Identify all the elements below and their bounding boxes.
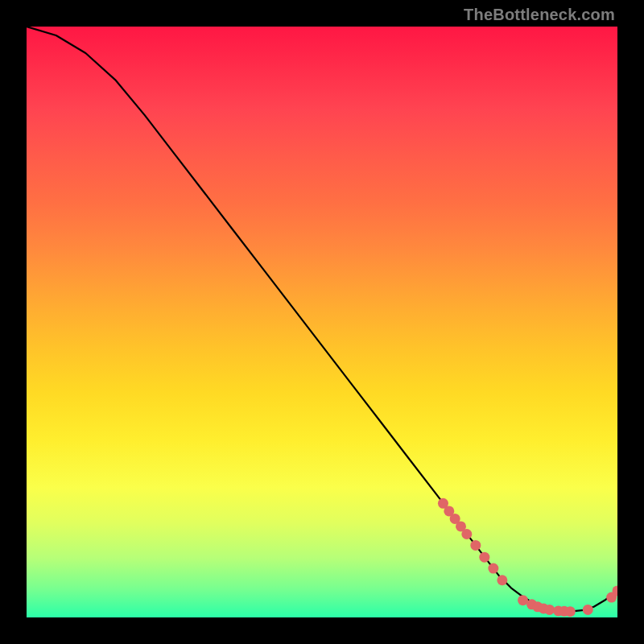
data-marker: [470, 540, 481, 551]
chart-stage: TheBottleneck.com: [0, 0, 644, 644]
data-marker: [565, 606, 576, 617]
data-marker: [497, 575, 507, 585]
data-marker: [488, 564, 498, 574]
watermark-text: TheBottleneck.com: [464, 6, 615, 23]
curve-line: [27, 27, 617, 612]
plot-area: [27, 27, 617, 617]
data-markers: [438, 498, 617, 617]
data-marker: [461, 529, 472, 539]
chart-overlay: [27, 27, 617, 617]
data-marker: [583, 605, 593, 615]
data-marker: [479, 552, 489, 563]
data-marker: [544, 605, 555, 615]
